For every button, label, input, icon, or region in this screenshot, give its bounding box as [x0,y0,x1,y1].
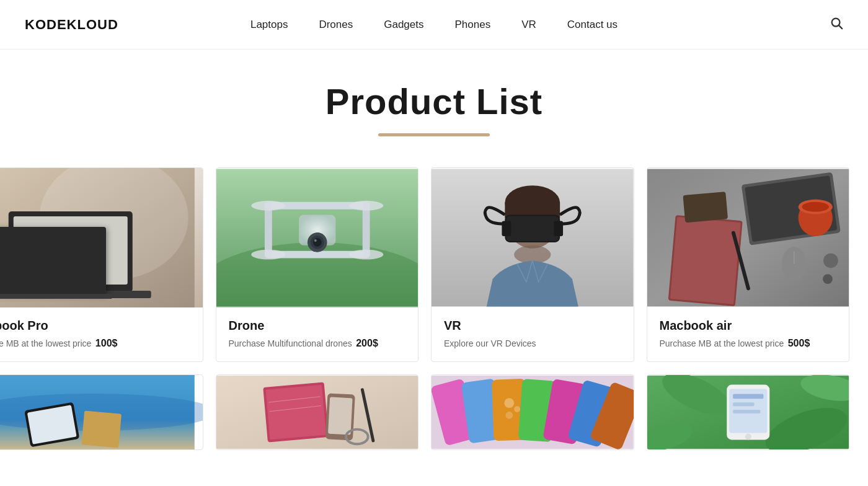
svg-point-70 [504,398,514,408]
svg-rect-82 [733,402,755,406]
svg-rect-30 [506,216,559,241]
product-image-notebook [216,375,418,449]
product-image-phone-cases [432,375,634,449]
product-card-vr[interactable]: VR Explore our VR Devices [431,167,634,362]
product-card-drone[interactable]: Drone Purchase Multifunctional drones 20… [216,167,419,362]
product-image-drone [216,168,418,307]
product-name: Macbook air [660,319,837,333]
svg-line-1 [839,25,842,29]
svg-rect-81 [733,394,763,399]
product-card-notebook[interactable] [216,374,419,450]
product-card-tablet[interactable] [0,374,203,450]
svg-rect-55 [265,385,326,440]
nav-gadgets[interactable]: Gadgets [384,19,423,30]
search-icon[interactable] [830,16,843,33]
navbar: KODEKLOUD Laptops Drones Gadgets Phones … [0,0,868,50]
svg-point-17 [349,201,383,211]
product-info-vr: VR Explore our VR Devices [432,307,634,361]
svg-rect-9 [43,289,99,292]
page-title-section: Product List [0,50,868,155]
product-image-macbook-pro [0,168,203,307]
product-price: 500$ [788,338,810,348]
product-card-macbook-pro[interactable]: book Pro se MB at the lowest price 100$ [0,167,203,362]
product-image-macbook-air [647,168,849,307]
product-desc: Purchase Multifunctional drones [229,338,352,348]
svg-point-47 [823,274,833,284]
svg-point-16 [251,201,285,211]
svg-rect-8 [0,291,151,298]
product-name: VR [444,319,621,333]
nav-vr[interactable]: VR [521,19,536,30]
nav-phones[interactable]: Phones [455,19,491,30]
page-title: Product List [0,81,868,122]
svg-rect-38 [670,217,740,304]
svg-point-72 [514,406,520,412]
product-card-macbook-air[interactable]: Macbook air Purchase MB at the lowest pr… [647,167,850,362]
product-info-macbook-pro: book Pro se MB at the lowest price 100$ [0,307,203,361]
product-price: 200$ [356,338,378,348]
svg-point-71 [505,412,513,419]
product-card-phone-green[interactable] [647,374,850,450]
product-card-phone-cases[interactable] [431,374,634,450]
product-price: 100$ [95,338,118,348]
logo[interactable]: KODEKLOUD [25,17,118,33]
svg-point-46 [823,254,838,268]
product-desc: Purchase MB at the lowest price [660,338,784,348]
svg-point-80 [745,434,751,440]
nav-drones[interactable]: Drones [319,19,353,30]
product-name: book Pro [0,319,190,333]
product-grid-row1: book Pro se MB at the lowest price 100$ [0,155,868,374]
svg-point-18 [251,250,285,260]
nav-contact[interactable]: Contact us [567,19,618,30]
svg-point-23 [312,238,321,247]
product-info-macbook-air: Macbook air Purchase MB at the lowest pr… [647,307,849,361]
product-image-phone-green [647,375,849,449]
product-image-vr [432,168,634,307]
svg-rect-59 [328,397,353,435]
svg-point-24 [314,239,316,242]
svg-rect-43 [683,192,728,223]
svg-point-42 [802,202,828,212]
product-desc: se MB at the lowest price [0,338,91,348]
svg-rect-83 [733,410,760,413]
product-image-tablet [0,375,203,449]
nav-laptops[interactable]: Laptops [250,19,288,30]
product-grid-row2 [0,374,868,462]
svg-rect-7 [14,216,128,285]
nav-links: Laptops Drones Gadgets Phones VR Contact… [250,19,618,31]
product-name: Drone [229,319,406,333]
title-underline [378,133,490,136]
svg-rect-52 [81,410,122,448]
product-desc: Explore our VR Devices [444,338,536,348]
product-info-drone: Drone Purchase Multifunctional drones 20… [216,307,418,361]
svg-point-19 [349,250,383,260]
